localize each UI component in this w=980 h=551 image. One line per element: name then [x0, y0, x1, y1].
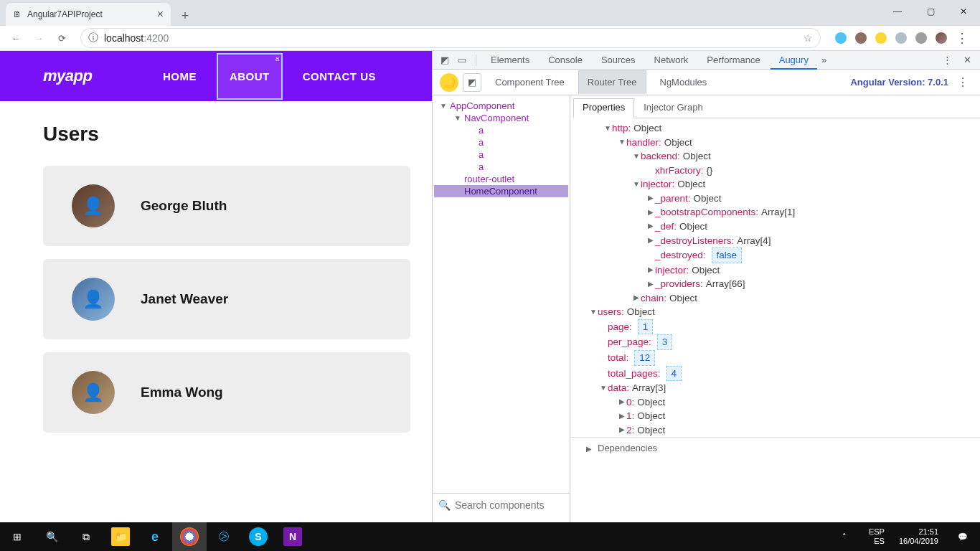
page-icon: 🗎: [13, 9, 22, 19]
device-toggle-icon[interactable]: ▭: [454, 55, 470, 65]
close-devtools-icon[interactable]: ✕: [959, 55, 976, 65]
avatar: 👤: [72, 371, 115, 414]
new-tab-button[interactable]: +: [175, 6, 195, 26]
kebab-menu-icon[interactable]: ⋮: [953, 75, 973, 89]
user-name: Janet Weaver: [141, 291, 228, 307]
start-button[interactable]: ⊞: [0, 522, 34, 551]
tree-node-app[interactable]: ▼AppComponent: [434, 100, 568, 112]
more-tabs-icon[interactable]: »: [821, 55, 826, 65]
tree-node-a[interactable]: a: [434, 161, 568, 173]
nav-about[interactable]: ABOUT: [217, 53, 283, 100]
kebab-menu-icon[interactable]: ⋮: [956, 30, 969, 46]
reload-button[interactable]: ⟳: [52, 28, 72, 48]
tree-node-a[interactable]: a: [434, 136, 568, 149]
tray-chevron-icon[interactable]: ˄: [827, 522, 862, 551]
tab-router-tree[interactable]: Router Tree: [578, 70, 646, 94]
forward-button[interactable]: →: [29, 28, 49, 48]
tab-ngmodules[interactable]: NgModules: [651, 70, 717, 94]
tab-console[interactable]: Console: [540, 51, 591, 70]
user-name: George Bluth: [141, 198, 227, 214]
tree-content: ▼AppComponent ▼NavComponent a a a a rout…: [433, 95, 570, 493]
profile-avatar[interactable]: [936, 32, 947, 44]
tree-node-home[interactable]: HomeComponent: [434, 185, 568, 197]
avatar: 👤: [72, 184, 115, 227]
angular-version: Angular Version: 7.0.1: [850, 77, 948, 88]
user-card[interactable]: 👤 Janet Weaver: [43, 259, 410, 339]
skype-icon[interactable]: S: [241, 522, 275, 551]
nav-home[interactable]: HOME: [150, 53, 209, 100]
tab-augury[interactable]: Augury: [771, 51, 817, 70]
properties-tabs: Properties Injector Graph: [573, 98, 980, 118]
augury-inspect-icon[interactable]: ◩: [463, 73, 481, 92]
angular-icon[interactable]: [895, 32, 907, 44]
tab-component-tree[interactable]: Component Tree: [486, 70, 574, 94]
tree-node-a[interactable]: a: [434, 149, 568, 161]
avatar: 👤: [72, 278, 115, 321]
tree-node-nav[interactable]: ▼NavComponent: [434, 112, 568, 124]
tab-network[interactable]: Network: [646, 51, 697, 70]
search-button[interactable]: 🔍: [34, 522, 69, 551]
app-logo: myapp: [43, 67, 92, 85]
component-tree-panel: ▼AppComponent ▼NavComponent a a a a rout…: [433, 95, 570, 522]
notifications-icon[interactable]: 💬: [946, 522, 980, 551]
onenote-icon[interactable]: N: [275, 522, 310, 551]
tab-performance[interactable]: Performance: [698, 51, 768, 70]
clock[interactable]: 21:51 16/04/2019: [892, 527, 946, 546]
taskbar-right: ˄ ESP ES 21:51 16/04/2019 💬: [827, 522, 980, 551]
chrome-icon[interactable]: [172, 522, 207, 551]
taskbar: ⊞ 🔍 ⧉ 📁 e ⧁ S N ˄ ESP ES 21:51 16/04/201…: [0, 522, 980, 551]
user-name: Emma Wong: [141, 385, 223, 400]
tab-strip: 🗎 Angular7APIProject × + — ▢ ✕: [0, 0, 980, 26]
search-icon: 🔍: [438, 499, 451, 511]
theme-toggle-icon[interactable]: 🌙: [440, 73, 458, 92]
extension-icon[interactable]: [915, 32, 927, 44]
tab-elements[interactable]: Elements: [482, 51, 538, 70]
edge-icon[interactable]: e: [138, 522, 172, 551]
back-button[interactable]: ←: [6, 28, 26, 48]
augury-toolbar: 🌙 ◩ Component Tree Router Tree NgModules…: [433, 70, 980, 95]
page-title: Users: [43, 123, 410, 146]
minimize-button[interactable]: —: [881, 0, 914, 23]
extension-icon[interactable]: [835, 32, 847, 44]
tab-sources[interactable]: Sources: [593, 51, 644, 70]
close-icon[interactable]: ×: [157, 8, 164, 21]
properties-body[interactable]: ▼http: Object ▼handler: Object ▼backend:…: [570, 118, 980, 522]
extension-icon[interactable]: [855, 32, 867, 44]
task-view-button[interactable]: ⧉: [69, 522, 103, 551]
tree-node-a[interactable]: a: [434, 124, 568, 136]
language-indicator[interactable]: ESP ES: [862, 527, 892, 546]
browser-tab[interactable]: 🗎 Angular7APIProject ×: [6, 3, 171, 26]
address-bar[interactable]: ⓘ localhost:4200 ☆: [80, 28, 821, 48]
window-controls: — ▢ ✕: [881, 0, 980, 23]
page-body: Users 👤 George Bluth 👤 Janet Weaver 👤 Em…: [0, 101, 432, 446]
devtools-tabs: ◩ ▭ Elements Console Sources Network Per…: [433, 51, 980, 70]
user-card[interactable]: 👤 Emma Wong: [43, 352, 410, 433]
maximize-button[interactable]: ▢: [914, 0, 947, 23]
tab-injector-graph[interactable]: Injector Graph: [634, 98, 712, 118]
bookmark-icon[interactable]: ☆: [804, 32, 813, 44]
app-header: myapp HOME ABOUT CONTACT US: [0, 51, 432, 101]
properties-panel: Properties Injector Graph ▼http: Object …: [570, 95, 980, 522]
devtools: ◩ ▭ Elements Console Sources Network Per…: [432, 51, 980, 522]
nav-contact[interactable]: CONTACT US: [290, 53, 389, 100]
search-input[interactable]: [455, 499, 564, 511]
extension-icon[interactable]: [875, 32, 887, 44]
kebab-menu-icon[interactable]: ⋮: [943, 55, 952, 65]
main-area: myapp HOME ABOUT CONTACT US Users 👤 Geor…: [0, 51, 980, 522]
url-path: :4200: [143, 32, 169, 44]
info-icon[interactable]: ⓘ: [88, 32, 98, 44]
component-search[interactable]: 🔍: [433, 493, 570, 522]
extension-icons: ⋮: [829, 30, 974, 46]
nav-links: HOME ABOUT CONTACT US: [150, 53, 389, 100]
augury-body: ▼AppComponent ▼NavComponent a a a a rout…: [433, 95, 980, 522]
tab-title: Angular7APIProject: [27, 9, 103, 19]
browser-chrome: 🗎 Angular7APIProject × + — ▢ ✕ ← → ⟳ ⓘ l…: [0, 0, 980, 51]
dependencies-row[interactable]: ▶Dependencies: [570, 437, 980, 460]
tree-node-router-outlet[interactable]: router-outlet: [434, 173, 568, 185]
vscode-icon[interactable]: ⧁: [207, 522, 241, 551]
tab-properties[interactable]: Properties: [573, 98, 634, 118]
close-window-button[interactable]: ✕: [947, 0, 980, 23]
file-explorer-icon[interactable]: 📁: [103, 522, 138, 551]
inspect-icon[interactable]: ◩: [437, 55, 453, 65]
user-card[interactable]: 👤 George Bluth: [43, 166, 410, 246]
